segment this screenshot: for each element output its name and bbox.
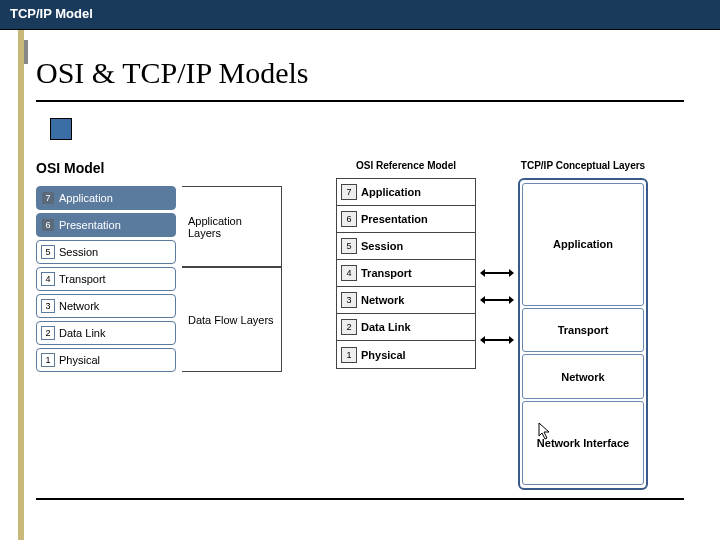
tcpip-header: TCP/IP Conceptual Layers bbox=[518, 160, 648, 174]
osi-model-title: OSI Model bbox=[36, 160, 316, 176]
osi-layer-number: 1 bbox=[41, 353, 55, 367]
comparison-panel: OSI Reference Model 7Application 6Presen… bbox=[336, 160, 690, 490]
ref-layer-label: Transport bbox=[361, 267, 418, 279]
osi-layer: 3 Network bbox=[36, 294, 176, 318]
osi-layer-label: Session bbox=[59, 246, 98, 258]
ref-layer-label: Presentation bbox=[361, 213, 434, 225]
tcpip-layer: Network bbox=[522, 354, 644, 399]
ref-layer-number: 4 bbox=[341, 265, 357, 281]
osi-layer: 4 Transport bbox=[36, 267, 176, 291]
osi-layer: 7 Application bbox=[36, 186, 176, 210]
osi-layer-number: 4 bbox=[41, 272, 55, 286]
ref-layer: 3Network bbox=[337, 287, 475, 314]
osi-layer-number: 3 bbox=[41, 299, 55, 313]
ref-layer-label: Session bbox=[361, 240, 409, 252]
osi-layer-label: Presentation bbox=[59, 219, 121, 231]
osi-layer-number: 7 bbox=[41, 191, 55, 205]
slide-title: OSI & TCP/IP Models bbox=[36, 56, 720, 90]
content-area: OSI Model 7 Application 6 Presentation 5… bbox=[36, 160, 690, 490]
decor-square-icon bbox=[50, 118, 72, 140]
osi-layer-stack: 7 Application 6 Presentation 5 Session 4… bbox=[36, 186, 176, 372]
osi-group-box: Application Layers bbox=[182, 186, 282, 267]
header-title: TCP/IP Model bbox=[10, 6, 93, 21]
ref-layer-label: Network bbox=[361, 294, 410, 306]
osi-group-column: Application Layers Data Flow Layers bbox=[182, 186, 282, 372]
ref-layer-number: 5 bbox=[341, 238, 357, 254]
double-arrow-icon bbox=[484, 286, 510, 313]
osi-reference-column: OSI Reference Model 7Application 6Presen… bbox=[336, 160, 476, 490]
osi-layer: 5 Session bbox=[36, 240, 176, 264]
osi-layer: 6 Presentation bbox=[36, 213, 176, 237]
tcpip-stack: Application Transport Network Network In… bbox=[518, 178, 648, 490]
double-arrow-icon bbox=[484, 313, 510, 367]
title-area: OSI & TCP/IP Models bbox=[36, 56, 720, 90]
osi-reference-header: OSI Reference Model bbox=[336, 160, 476, 174]
ref-layer: 7Application bbox=[337, 179, 475, 206]
osi-group-box: Data Flow Layers bbox=[182, 267, 282, 372]
ref-layer-number: 2 bbox=[341, 319, 357, 335]
osi-layer-label: Transport bbox=[59, 273, 106, 285]
ref-layer-number: 3 bbox=[341, 292, 357, 308]
osi-layer-number: 5 bbox=[41, 245, 55, 259]
osi-layer-label: Data Link bbox=[59, 327, 105, 339]
ref-layer: 4Transport bbox=[337, 260, 475, 287]
ref-layer-number: 7 bbox=[341, 184, 357, 200]
tcpip-layer: Network Interface bbox=[522, 401, 644, 485]
header-bar: TCP/IP Model bbox=[0, 0, 720, 30]
ref-layer: 5Session bbox=[337, 233, 475, 260]
ref-layer: 6Presentation bbox=[337, 206, 475, 233]
osi-group-label: Data Flow Layers bbox=[188, 314, 274, 326]
tcpip-layer: Transport bbox=[522, 308, 644, 353]
osi-layer-label: Physical bbox=[59, 354, 100, 366]
tcpip-layer: Application bbox=[522, 183, 644, 306]
bottom-rule bbox=[36, 498, 684, 500]
ref-layer-label: Data Link bbox=[361, 321, 417, 333]
tcpip-column: TCP/IP Conceptual Layers Application Tra… bbox=[518, 160, 648, 490]
osi-reference-stack: 7Application 6Presentation 5Session 4Tra… bbox=[336, 178, 476, 369]
osi-group-label: Application Layers bbox=[188, 215, 275, 239]
mapping-arrows-column bbox=[484, 160, 510, 490]
ref-layer: 2Data Link bbox=[337, 314, 475, 341]
ref-layer-number: 6 bbox=[341, 211, 357, 227]
side-accent-bar bbox=[18, 30, 24, 540]
osi-model-panel: OSI Model 7 Application 6 Presentation 5… bbox=[36, 160, 316, 490]
accent-notch bbox=[24, 40, 28, 64]
osi-layer-number: 2 bbox=[41, 326, 55, 340]
ref-layer: 1Physical bbox=[337, 341, 475, 368]
ref-layer-label: Physical bbox=[361, 349, 412, 361]
ref-layer-label: Application bbox=[361, 186, 427, 198]
osi-layer: 1 Physical bbox=[36, 348, 176, 372]
osi-layer-label: Network bbox=[59, 300, 99, 312]
title-rule bbox=[36, 100, 684, 102]
ref-layer-number: 1 bbox=[341, 347, 357, 363]
osi-layer: 2 Data Link bbox=[36, 321, 176, 345]
osi-layer-label: Application bbox=[59, 192, 113, 204]
osi-layer-number: 6 bbox=[41, 218, 55, 232]
double-arrow-icon bbox=[484, 259, 510, 286]
